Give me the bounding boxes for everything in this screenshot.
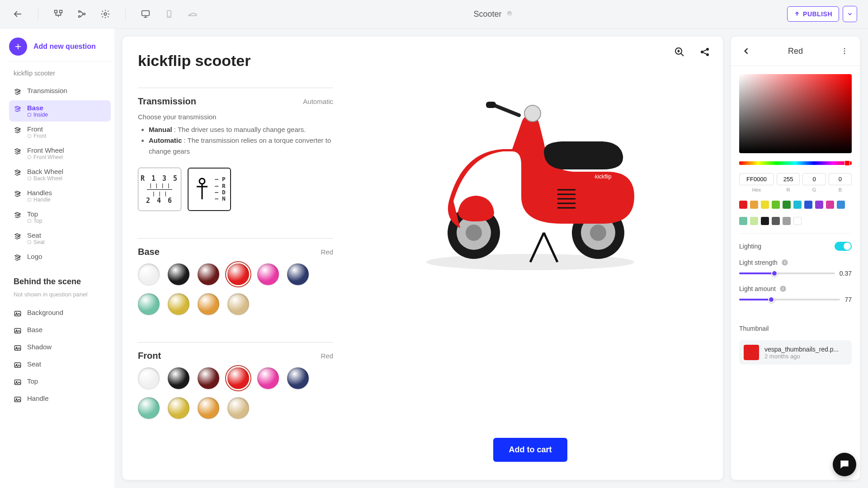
color-swatch[interactable] (287, 367, 309, 389)
r-input[interactable] (777, 173, 800, 185)
transmission-manual-option[interactable]: R 1 3 5 | | | | | | | 2 4 6 (138, 168, 181, 211)
panel-back-icon[interactable] (739, 44, 754, 58)
hex-input[interactable] (739, 173, 774, 185)
color-swatch[interactable] (227, 263, 249, 285)
product-preview[interactable]: ·kickflip (404, 66, 657, 291)
logic-icon[interactable] (75, 7, 89, 21)
sidebar-item-logo[interactable]: Logo (9, 249, 111, 266)
light-amount-slider[interactable] (739, 299, 840, 300)
plus-icon: + (9, 38, 27, 56)
panel-more-icon[interactable] (837, 44, 852, 58)
settings-icon[interactable] (98, 7, 113, 21)
preset-color[interactable] (772, 217, 780, 225)
sidebar-item-top[interactable]: TopTop (9, 206, 111, 228)
color-swatch[interactable] (198, 367, 219, 389)
preview-canvas: kickflip scooter Transmission Automatic … (123, 37, 723, 480)
sidebar-behind-base[interactable]: Base (9, 322, 111, 339)
layer-icon (14, 253, 23, 263)
preset-color[interactable] (761, 201, 769, 209)
sidebar-item-seat[interactable]: SeatSeat (9, 228, 111, 249)
hue-slider[interactable] (739, 161, 852, 165)
behind-scene-title: Behind the scene (14, 277, 111, 286)
color-swatch[interactable] (138, 367, 160, 389)
chat-fab-button[interactable] (833, 453, 856, 476)
preset-color[interactable] (793, 201, 802, 209)
sidebar-item-front-wheel[interactable]: Front WheelFront Wheel (9, 143, 111, 164)
color-swatch[interactable] (257, 367, 279, 389)
info-icon[interactable]: i (781, 259, 788, 266)
color-swatch[interactable] (138, 397, 160, 419)
color-swatch[interactable] (138, 263, 160, 285)
color-swatch[interactable] (198, 397, 219, 419)
preset-color[interactable] (761, 217, 769, 225)
svg-rect-0 (55, 10, 57, 13)
color-swatch[interactable] (168, 263, 189, 285)
share-icon[interactable] (698, 45, 712, 59)
color-swatch[interactable] (168, 397, 189, 419)
sidebar-behind-shadow[interactable]: Shadow (9, 339, 111, 357)
preset-color[interactable] (750, 217, 758, 225)
sidebar-item-transmission[interactable]: Transmission (9, 83, 111, 100)
transmission-automatic-option[interactable]: — P— R— D— N (188, 168, 231, 211)
product-title: kickflip scooter (138, 52, 333, 70)
preset-color[interactable] (750, 201, 758, 209)
color-swatch[interactable] (138, 293, 160, 315)
layer-icon (14, 232, 23, 241)
preset-color[interactable] (826, 201, 834, 209)
layer-icon (14, 126, 23, 135)
mobile-preview-icon[interactable] (162, 7, 176, 21)
svg-point-2 (79, 11, 80, 13)
svg-text:i: i (783, 286, 784, 291)
back-icon[interactable] (11, 7, 25, 21)
sidebar-behind-seat[interactable]: Seat (9, 357, 111, 374)
color-swatch[interactable] (168, 293, 189, 315)
sidebar: + Add new question kickflip scooter Tran… (0, 28, 114, 488)
preset-color[interactable] (815, 201, 823, 209)
lighting-toggle[interactable] (835, 242, 852, 251)
zoom-in-icon[interactable] (672, 45, 687, 59)
branching-icon[interactable] (51, 7, 66, 21)
svg-rect-41 (486, 102, 496, 108)
color-swatch[interactable] (198, 263, 219, 285)
desktop-preview-icon[interactable] (138, 7, 153, 21)
preset-color[interactable] (837, 201, 845, 209)
preset-color[interactable] (739, 201, 747, 209)
sidebar-behind-background[interactable]: Background (9, 305, 111, 322)
sidebar-item-back-wheel[interactable]: Back WheelBack Wheel (9, 164, 111, 185)
color-swatch[interactable] (227, 397, 249, 419)
light-strength-slider[interactable] (739, 272, 835, 274)
preset-color[interactable] (783, 201, 791, 209)
sidebar-behind-handle[interactable]: Handle (9, 391, 111, 408)
publish-button[interactable]: PUBLISH (787, 6, 839, 22)
svg-point-4 (84, 13, 85, 15)
color-swatch[interactable] (257, 263, 279, 285)
sidebar-item-base[interactable]: BaseInside (9, 100, 111, 122)
preset-color[interactable] (793, 217, 802, 225)
preset-color[interactable] (772, 201, 780, 209)
sidebar-behind-top[interactable]: Top (9, 374, 111, 391)
preset-color[interactable] (804, 201, 812, 209)
add-to-cart-button[interactable]: Add to cart (493, 438, 567, 462)
color-swatch[interactable] (227, 367, 249, 389)
color-swatch[interactable] (168, 367, 189, 389)
g-input[interactable] (802, 173, 826, 185)
preset-color[interactable] (739, 217, 747, 225)
color-picker-field[interactable] (739, 74, 852, 153)
svg-rect-6 (142, 11, 150, 16)
thumbnail-card[interactable]: vespa_thumbnails_red.p... 2 months ago (739, 340, 852, 365)
color-swatch[interactable] (287, 263, 309, 285)
thumbnail-label: Thumbnail (739, 325, 852, 332)
front-title: Front (138, 351, 161, 361)
publish-caret-button[interactable] (843, 6, 857, 22)
info-icon[interactable]: i (779, 285, 787, 292)
add-question-button[interactable]: + Add new question (9, 38, 111, 61)
sidebar-item-handles[interactable]: HandlesHandle (9, 185, 111, 206)
preset-color[interactable] (783, 217, 791, 225)
shoe-preview-icon[interactable] (185, 7, 200, 21)
thumbnail-age: 2 months ago (764, 353, 839, 360)
sidebar-item-front[interactable]: FrontFront (9, 122, 111, 143)
color-swatch[interactable] (198, 293, 219, 315)
color-swatch[interactable] (227, 293, 249, 315)
b-input[interactable] (829, 173, 852, 185)
light-amount-label: Light amount (739, 285, 776, 292)
